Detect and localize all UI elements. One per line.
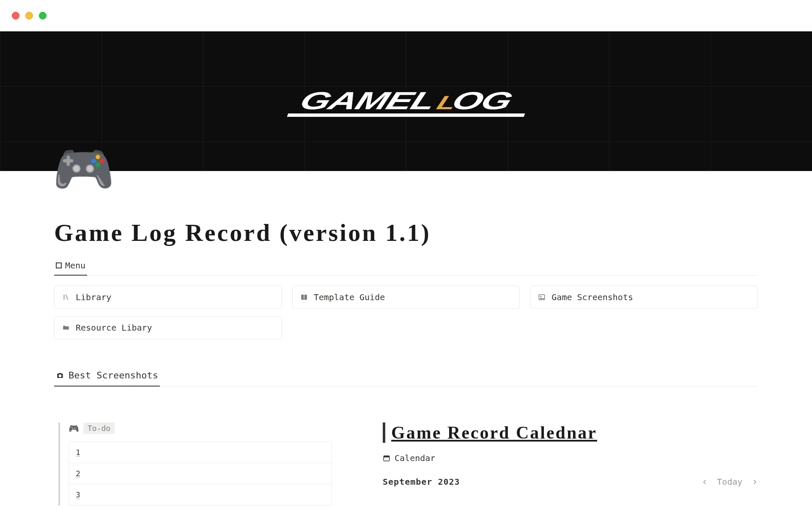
card-resource-library[interactable]: Resource Libary: [54, 316, 282, 339]
todo-row-number: 1: [76, 448, 80, 457]
todo-chip[interactable]: To-do: [83, 422, 115, 434]
folder-icon: [62, 324, 71, 331]
todo-row[interactable]: 3: [69, 484, 332, 505]
todo-row-number: 2: [76, 469, 80, 478]
card-game-screenshots-label: Game Screenshots: [551, 292, 633, 302]
calendar-title[interactable]: Game Record Calednar: [383, 422, 758, 443]
card-library-label: Library: [76, 292, 111, 302]
card-template-guide[interactable]: Template Guide: [292, 286, 520, 309]
lower-columns: 🎮 To-do 1 2 3 Game Record Calednar Calen…: [54, 422, 758, 505]
page-icon[interactable]: 🎮: [52, 144, 115, 194]
calendar-icon: [383, 454, 390, 462]
cover-logo-text: GAMEL L OG: [298, 91, 515, 111]
calendar-toolbar: September 2023 ‹ Today ›: [383, 476, 758, 488]
calendar-block: Game Record Calednar Calendar September …: [383, 422, 758, 505]
tab-best-screenshots-label: Best Screenshots: [69, 370, 158, 381]
calendar-view-tab[interactable]: Calendar: [383, 453, 758, 463]
card-game-screenshots[interactable]: Game Screenshots: [530, 286, 758, 309]
todo-header: 🎮 To-do: [69, 422, 332, 434]
close-window-button[interactable]: [12, 12, 19, 19]
svg-rect-3: [384, 456, 390, 458]
traffic-lights: [12, 12, 47, 19]
menu-cards-row2: Resource Libary: [54, 316, 758, 339]
page-cover: GAMEL L OG 🎮: [0, 31, 812, 171]
logo-left: GAMEL: [298, 91, 438, 111]
calendar-next-button[interactable]: ›: [752, 476, 758, 488]
logo-right: OG: [450, 91, 514, 111]
todo-row[interactable]: 2: [69, 463, 332, 484]
notion-icon: [62, 293, 71, 301]
logo-underline: [287, 113, 525, 117]
menu-view-tabs: Menu: [54, 257, 758, 276]
calendar-prev-button[interactable]: ‹: [702, 476, 708, 488]
gamepad-icon: 🎮: [69, 423, 79, 433]
calendar-today-button[interactable]: Today: [717, 477, 742, 487]
card-library[interactable]: Library: [54, 286, 282, 309]
todo-list: 1 2 3: [69, 442, 332, 505]
fullscreen-window-button[interactable]: [39, 12, 47, 19]
calendar-view-label: Calendar: [395, 453, 435, 463]
square-icon: [56, 262, 62, 268]
card-resource-library-label: Resource Libary: [76, 323, 152, 333]
tab-best-screenshots[interactable]: Best Screenshots: [54, 367, 160, 387]
svg-point-1: [540, 296, 542, 297]
camera-icon: [56, 371, 64, 380]
menu-cards-row1: Library Template Guide Game Screenshots: [54, 286, 758, 309]
image-icon: [538, 293, 546, 301]
calendar-nav: ‹ Today ›: [702, 476, 758, 488]
calendar-month[interactable]: September 2023: [383, 477, 460, 487]
tab-menu[interactable]: Menu: [54, 257, 87, 276]
cover-logo: GAMEL L OG: [288, 86, 524, 117]
minimize-window-button[interactable]: [25, 12, 33, 19]
window-titlebar: [0, 0, 812, 31]
book-icon: [300, 293, 309, 301]
page-title[interactable]: Game Log Record (version 1.1): [54, 218, 758, 247]
tab-menu-label: Menu: [65, 260, 85, 271]
card-template-guide-label: Template Guide: [314, 292, 385, 302]
todo-row[interactable]: 1: [69, 442, 332, 463]
todo-row-number: 3: [76, 490, 80, 499]
todo-block: 🎮 To-do 1 2 3: [58, 422, 332, 505]
screenshots-view-tabs: Best Screenshots: [54, 367, 758, 387]
